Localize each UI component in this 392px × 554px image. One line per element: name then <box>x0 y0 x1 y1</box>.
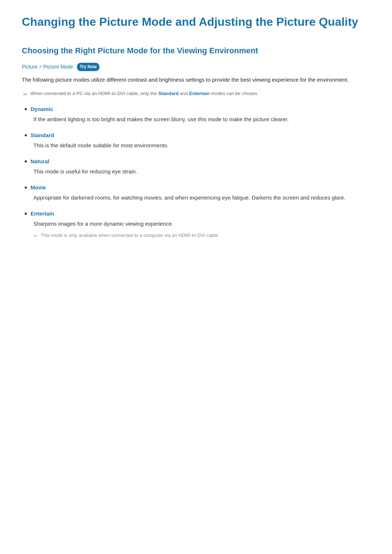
entertain-subnote: ✏ This mode is only available when conne… <box>33 232 370 240</box>
main-section: Choosing the Right Picture Mode for the … <box>22 44 370 240</box>
breadcrumb: Picture > Picture Mode Try Now <box>22 63 370 71</box>
bullet-icon <box>25 160 27 163</box>
page-title: Changing the Picture Mode and Adjusting … <box>22 15 370 30</box>
mode-item-natural: Natural This mode is useful for reducing… <box>22 157 370 176</box>
mode-item-entertain: Entertain Sharpens images for a more dyn… <box>22 209 370 240</box>
breadcrumb-separator: > <box>39 63 42 71</box>
bullet-icon <box>25 134 27 136</box>
mode-name-standard: Standard <box>30 131 54 140</box>
pc-note: ✏ When connected to a PC via an HDMI-to-… <box>23 90 370 98</box>
bullet-icon <box>25 186 27 189</box>
mode-description-dynamic: If the ambient lighting is too bright an… <box>33 115 370 124</box>
mode-description-natural: This mode is useful for reducing eye str… <box>33 167 370 176</box>
mode-name-entertain: Entertain <box>30 209 54 218</box>
mode-description-entertain: Sharpens images for a more dynamic viewi… <box>33 219 370 228</box>
breadcrumb-item-picture-mode[interactable]: Picture Mode <box>43 63 73 71</box>
entertain-subnote-text: This mode is only available when connect… <box>41 232 219 239</box>
intro-text: The following picture modes utilize diff… <box>22 75 370 84</box>
section-title: Choosing the Right Picture Mode for the … <box>22 44 370 57</box>
mode-name-natural: Natural <box>30 157 49 166</box>
mode-description-movie: Appropriate for darkened rooms, for watc… <box>33 193 370 202</box>
mode-item-dynamic: Dynamic If the ambient lighting is too b… <box>22 105 370 124</box>
mode-item-movie: Movie Appropriate for darkened rooms, fo… <box>22 183 370 202</box>
mode-name-movie: Movie <box>30 183 46 192</box>
mode-item-standard: Standard This is the default mode suitab… <box>22 131 370 150</box>
note-text: When connected to a PC via an HDMI-to-DV… <box>30 90 258 98</box>
bullet-icon <box>25 108 27 110</box>
pencil-icon-subnote: ✏ <box>33 232 38 240</box>
mode-list: Dynamic If the ambient lighting is too b… <box>22 105 370 240</box>
try-now-badge[interactable]: Try Now <box>77 63 100 71</box>
breadcrumb-item-picture[interactable]: Picture <box>22 63 38 71</box>
pencil-icon: ✏ <box>23 90 28 98</box>
mode-description-standard: This is the default mode suitable for mo… <box>33 141 370 150</box>
bullet-icon <box>25 213 27 215</box>
mode-name-dynamic: Dynamic <box>30 105 53 114</box>
